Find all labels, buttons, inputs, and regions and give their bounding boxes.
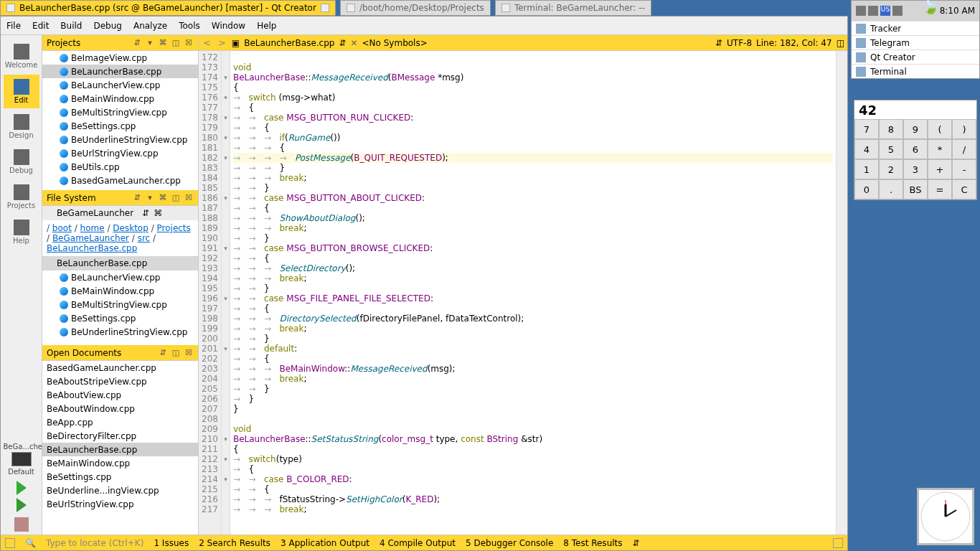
target-selector[interactable]: BeGa...cherDefault <box>4 440 39 479</box>
calc-key-4[interactable]: 4 <box>854 139 879 159</box>
list-item[interactable]: BeUnderlineStringView.cpp <box>42 325 198 339</box>
window-titlebar[interactable]: Terminal: BeGameLauncher: -- <box>495 0 651 16</box>
funnel-icon[interactable]: ▾ <box>145 193 155 203</box>
breadcrumb-link[interactable]: BeLauncherBase.cpp <box>47 243 137 253</box>
link-icon[interactable]: ⌘ <box>158 193 168 203</box>
menu-debug[interactable]: Debug <box>93 21 121 31</box>
list-item[interactable]: BeSettings.cpp <box>42 119 198 133</box>
calc-key-9[interactable]: 9 <box>903 119 928 139</box>
output-tab[interactable]: 4 Compile Output <box>380 538 456 548</box>
menu-analyze[interactable]: Analyze <box>133 21 167 31</box>
list-item[interactable]: BeAboutView.cpp <box>42 388 198 402</box>
list-item[interactable]: BeMultiStringView.cpp <box>42 298 198 311</box>
menu-help[interactable]: Help <box>257 21 276 31</box>
tray-icon[interactable] <box>856 6 866 16</box>
window-titlebar[interactable]: /boot/home/Desktop/Projects <box>340 0 491 16</box>
chevron-down-icon[interactable]: ⇵ <box>633 538 640 548</box>
menu-tools[interactable]: Tools <box>179 21 200 31</box>
mode-design[interactable]: Design <box>4 110 39 143</box>
forward-button[interactable]: > <box>217 37 227 48</box>
output-tab[interactable]: 1 Issues <box>154 538 189 548</box>
list-item[interactable]: BasedGameLauncher.cpp <box>42 361 198 375</box>
list-item[interactable]: BeUrlStringView.cpp <box>42 497 198 511</box>
run-button[interactable] <box>17 481 27 495</box>
calc-key-)[interactable]: ) <box>952 119 976 139</box>
calc-key-+[interactable]: + <box>928 159 952 179</box>
calc-key-8[interactable]: 8 <box>879 119 903 139</box>
run-debug-button[interactable] <box>17 498 27 512</box>
breadcrumb-link[interactable]: home <box>80 223 105 233</box>
list-item[interactable]: BeMainWindow.cpp <box>42 284 198 298</box>
close-icon[interactable] <box>501 4 510 12</box>
list-item[interactable]: BeApp.cpp <box>42 415 198 429</box>
vertical-scrollbar[interactable] <box>836 51 847 534</box>
list-item[interactable]: BeUnderline...ingView.cpp <box>42 484 198 497</box>
deskbar-app[interactable]: Telegram <box>852 35 979 50</box>
split-icon[interactable]: ◫ <box>171 193 181 203</box>
breadcrumb-link[interactable]: boot <box>52 223 72 233</box>
deskbar-app[interactable]: Qt Creator <box>852 50 979 64</box>
calc-key-([interactable]: ( <box>928 119 952 139</box>
build-button[interactable] <box>14 517 29 532</box>
calc-key-2[interactable]: 2 <box>879 159 903 179</box>
keyboard-indicator[interactable]: US <box>880 6 890 16</box>
calc-key-.[interactable]: . <box>879 179 903 199</box>
filesystem-pane-header[interactable]: File System ⇵ ▾ ⌘ ◫ ☒ <box>42 190 198 206</box>
breadcrumb-link[interactable]: src <box>138 233 151 243</box>
sidebar-toggle-icon[interactable] <box>833 538 843 548</box>
menu-build[interactable]: Build <box>60 21 82 31</box>
tray-icon[interactable] <box>868 6 878 16</box>
mode-edit[interactable]: Edit <box>4 75 39 108</box>
list-item[interactable]: BeLauncherView.cpp <box>42 270 198 284</box>
close-icon[interactable] <box>347 4 355 12</box>
output-tab[interactable]: 2 Search Results <box>199 538 270 548</box>
output-tab[interactable]: 5 Debugger Console <box>466 538 553 548</box>
close-icon[interactable] <box>6 4 15 12</box>
list-item[interactable]: BeMainWindow.cpp <box>42 456 198 470</box>
list-item[interactable]: BeAboutStripeView.cpp <box>42 375 198 388</box>
filter-icon[interactable]: ⇵ <box>132 193 142 203</box>
close-icon[interactable]: ☒ <box>184 38 194 48</box>
list-item[interactable]: BeMainWindow.cpp <box>42 92 198 105</box>
opendocs-pane-header[interactable]: Open Documents ⇵ ◫ ☒ <box>42 345 198 361</box>
tray-icon[interactable] <box>892 6 903 16</box>
close-icon[interactable]: ☒ <box>184 348 194 358</box>
calc-key--[interactable]: - <box>952 159 976 179</box>
mode-help[interactable]: Help <box>4 215 39 249</box>
symbols-combo[interactable]: <No Symbols> <box>362 38 428 48</box>
mode-debug[interactable]: Debug <box>4 145 39 179</box>
calc-key-/[interactable]: / <box>952 139 976 159</box>
bookmark-icon[interactable]: ▣ <box>232 38 240 48</box>
analog-clock[interactable] <box>917 488 974 545</box>
projects-pane-header[interactable]: Projects ⇵ ▾ ⌘ ◫ ☒ <box>42 35 198 51</box>
back-button[interactable]: < <box>202 37 212 48</box>
calc-key-*[interactable]: * <box>928 139 952 159</box>
deskbar-app[interactable]: Terminal <box>852 64 979 78</box>
menu-file[interactable]: File <box>6 21 21 31</box>
list-item[interactable]: BeLauncherView.cpp <box>42 78 198 92</box>
locator-input[interactable]: Type to locate (Ctrl+K) <box>46 538 143 548</box>
chevron-down-icon[interactable]: ⇵ <box>339 38 346 48</box>
calc-key-BS[interactable]: BS <box>903 179 928 199</box>
split-icon[interactable]: ◫ <box>171 348 181 358</box>
breadcrumb-link[interactable]: Projects <box>157 223 191 233</box>
list-item[interactable]: BeUtils.cpp <box>42 160 198 174</box>
window-titlebar[interactable]: BeLauncherBase.cpp (src @ BeGameLauncher… <box>0 0 336 16</box>
calc-display[interactable]: 42 <box>854 100 976 119</box>
filter-icon[interactable]: ⇵ <box>158 348 168 358</box>
close-file-button[interactable]: ✕ <box>350 38 357 48</box>
menu-window[interactable]: Window <box>212 21 245 31</box>
calc-key-C[interactable]: C <box>952 179 976 199</box>
fs-current-row[interactable]: BeLauncherBase.cpp <box>42 256 198 270</box>
calc-key-6[interactable]: 6 <box>903 139 928 159</box>
output-tab[interactable]: 3 Application Output <box>281 538 369 548</box>
filter-icon[interactable]: ⇵ <box>132 38 142 48</box>
list-item[interactable]: BeSettings.cpp <box>42 311 198 325</box>
funnel-icon[interactable]: ▾ <box>145 38 155 48</box>
close-icon[interactable]: ☒ <box>184 193 194 203</box>
code-editor[interactable]: 172 173 174 175 176 177 178 179 180 181 … <box>199 51 847 534</box>
list-item[interactable]: BeLauncherBase.cpp <box>42 65 198 78</box>
mode-projects[interactable]: Projects <box>4 180 39 214</box>
breadcrumb-link[interactable]: BeGameLauncher <box>52 233 129 243</box>
list-item[interactable]: BeAboutWindow.cpp <box>42 402 198 415</box>
